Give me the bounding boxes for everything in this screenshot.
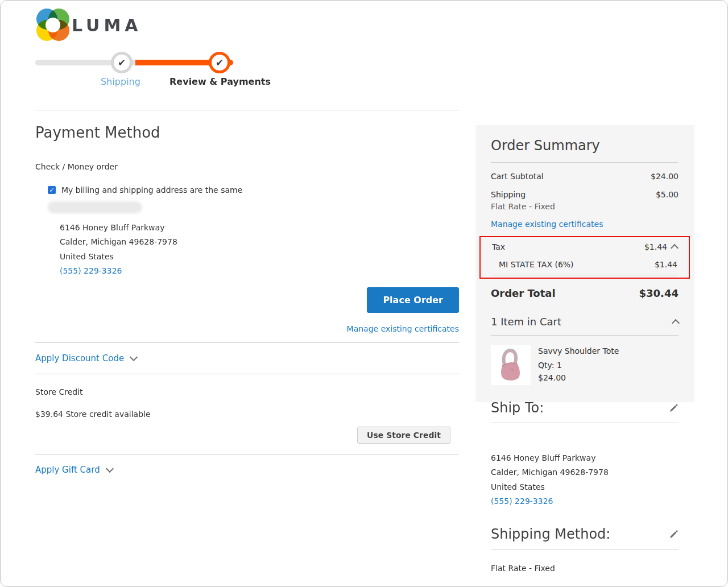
ship-to-header: Ship To: (491, 400, 679, 416)
shipping-method-header: Shipping Method: (491, 526, 679, 542)
shoulder-tote-image (491, 345, 531, 385)
shipping-method-title: Shipping Method: (491, 526, 610, 542)
product-image (491, 345, 531, 385)
shipping-row: Shipping $5.00 (491, 188, 679, 201)
ship-to-address: 6146 Honey Bluff Parkway Calder, Michiga… (491, 451, 679, 509)
divider (491, 335, 679, 336)
manage-certificates-link[interactable]: Manage existing certificates (347, 324, 459, 333)
manage-certificates-row: Manage existing certificates (35, 324, 459, 333)
billing-same-checkbox[interactable]: ✓ (48, 186, 56, 194)
apply-discount-toggle[interactable]: Apply Discount Code (35, 343, 459, 374)
checkmark-icon: ✔ (216, 58, 224, 68)
ship-to-section: Ship To: 6146 Honey Bluff Parkway Calder… (475, 392, 694, 573)
logo-center (46, 18, 60, 32)
order-summary-sidebar: Order Summary Cart Subtotal $24.00 Shipp… (475, 125, 694, 402)
tax-label: Tax (492, 242, 505, 251)
billing-same-row: ✓ My billing and shipping address are th… (48, 185, 459, 195)
payment-method-section: Payment Method Check / Money order ✓ My … (35, 110, 459, 485)
billing-country: United States (60, 250, 459, 264)
store-credit-available: $39.64 Store credit available (35, 410, 459, 419)
ship-to-title: Ship To: (491, 400, 544, 416)
ship-country: United States (491, 480, 679, 494)
shipping-value: $5.00 (656, 190, 679, 199)
product-name: Savvy Shoulder Tote (538, 346, 619, 355)
apply-gift-card-toggle[interactable]: Apply Gift Card (35, 454, 459, 485)
luma-logo-icon[interactable] (35, 8, 69, 42)
order-summary-title: Order Summary (491, 138, 679, 154)
billing-phone-link[interactable]: (555) 229-3326 (60, 266, 122, 275)
step-review-active-icon[interactable]: ✔ (209, 52, 230, 73)
tax-detail-label: MI STATE TAX (6%) (499, 260, 574, 269)
order-total-value: $30.44 (639, 287, 679, 299)
ship-phone-link[interactable]: (555) 229-3326 (491, 497, 553, 506)
page-title: Payment Method (35, 124, 459, 141)
top-divider (35, 110, 459, 110)
subtotal-value: $24.00 (651, 172, 679, 181)
billing-city-line: Calder, Michigan 49628-7978 (60, 235, 459, 249)
use-store-credit-row: Use Store Credit (35, 427, 450, 444)
step-label-review-payments: Review & Payments (166, 76, 274, 87)
tax-value: $1.44 (644, 242, 667, 251)
product-qty: Qty: 1 (538, 361, 619, 370)
divider (35, 374, 459, 374)
edit-pencil-icon[interactable] (669, 403, 679, 413)
divider (492, 275, 677, 275)
items-in-cart-label: 1 Item in Cart (491, 316, 561, 328)
store-credit-title: Store Credit (35, 387, 459, 396)
apply-gift-card-label: Apply Gift Card (35, 465, 100, 475)
items-in-cart-toggle[interactable]: 1 Item in Cart (491, 316, 679, 328)
checkout-progress-bar: ✔ ✔ Shipping Review & Payments (35, 55, 234, 94)
billing-same-label: My billing and shipping address are the … (61, 185, 242, 195)
order-total-row: Order Total $30.44 (491, 287, 679, 299)
cart-item-info: Savvy Shoulder Tote Qty: 1 $24.00 (538, 345, 619, 385)
place-order-button[interactable]: Place Order (367, 287, 459, 313)
subtotal-label: Cart Subtotal (491, 172, 544, 181)
billing-address: 6146 Honey Bluff Parkway Calder, Michiga… (60, 221, 459, 278)
checkbox-tick-icon: ✓ (49, 187, 54, 193)
step-label-shipping[interactable]: Shipping (76, 76, 165, 87)
edit-pencil-icon[interactable] (669, 530, 679, 539)
checkmark-icon: ✔ (118, 58, 126, 68)
product-price: $24.00 (538, 373, 619, 382)
use-store-credit-button[interactable]: Use Store Credit (357, 427, 450, 444)
chevron-down-icon (106, 465, 114, 473)
order-total-label: Order Total (491, 287, 556, 299)
ship-city-line: Calder, Michigan 49628-7978 (491, 465, 679, 479)
order-summary-panel: Order Summary Cart Subtotal $24.00 Shipp… (475, 125, 694, 402)
shipping-method-value: Flat Rate - Fixed (491, 564, 679, 573)
divider (491, 423, 679, 423)
tax-annotation-box: Tax $1.44 MI STATE TAX (6%) $1.44 (479, 236, 690, 279)
tax-row[interactable]: Tax $1.44 (492, 242, 677, 251)
apply-discount-label: Apply Discount Code (35, 353, 124, 363)
chevron-up-icon (672, 319, 680, 326)
subtotal-row: Cart Subtotal $24.00 (491, 170, 679, 183)
tax-detail-value: $1.44 (655, 260, 677, 269)
payment-method-name: Check / Money order (35, 162, 459, 171)
tax-detail-row: MI STATE TAX (6%) $1.44 (492, 260, 677, 269)
divider (491, 162, 679, 163)
chevron-down-icon (130, 353, 138, 361)
ship-street: 6146 Honey Bluff Parkway (491, 451, 679, 465)
divider (491, 549, 679, 549)
brand-name: LUMA (72, 15, 142, 35)
chevron-up-icon[interactable] (671, 244, 679, 252)
place-order-row: Place Order (35, 287, 459, 313)
redacted-customer-name (48, 201, 142, 213)
billing-street: 6146 Honey Bluff Parkway (60, 221, 459, 235)
manage-certificates-link-sidebar[interactable]: Manage existing certificates (491, 220, 603, 229)
step-shipping-complete-icon[interactable]: ✔ (111, 52, 133, 73)
cart-item: Savvy Shoulder Tote Qty: 1 $24.00 (491, 345, 679, 385)
shipping-method-note: Flat Rate - Fixed (491, 202, 679, 211)
shipping-label: Shipping (491, 190, 526, 199)
